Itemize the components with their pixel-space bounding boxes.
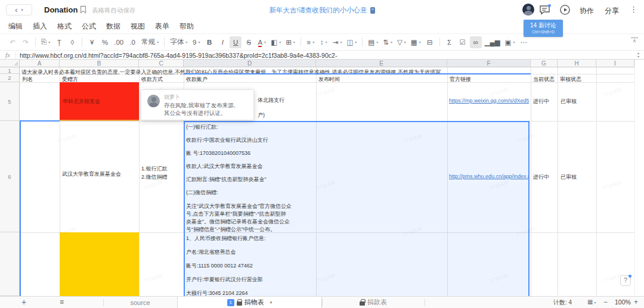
cell-b7[interactable] xyxy=(60,232,139,296)
share-button[interactable]: 分享 xyxy=(605,6,619,16)
borders-dropdown-icon[interactable]: ▾ xyxy=(293,40,295,44)
tab-donation-money[interactable]: 捐款表 xyxy=(322,297,425,308)
scrollbar-gutter[interactable] xyxy=(634,60,644,296)
cell-header-H2[interactable]: 审核状态 xyxy=(560,76,581,83)
format-painter-button[interactable]: ⎘▾ xyxy=(39,36,52,48)
column-header-C[interactable]: C xyxy=(139,60,184,67)
clear-format-button[interactable]: Ṯ xyxy=(53,36,65,48)
user-avatar[interactable] xyxy=(522,4,534,15)
slicer-button[interactable]: ⊟ xyxy=(424,36,436,48)
cell-header-A2[interactable]: 列名 xyxy=(22,76,33,83)
tab-donation-items[interactable]: 1捐物表▾ xyxy=(177,297,322,308)
record-button[interactable] xyxy=(559,4,571,18)
decrease-decimal-button[interactable]: .0 xyxy=(126,36,138,48)
insert-link-button[interactable]: ∞ xyxy=(470,36,482,48)
text-color-button[interactable]: A▾ xyxy=(256,36,268,48)
menu-item-formula[interactable]: 公式 xyxy=(82,21,96,32)
column-header-B[interactable]: B xyxy=(60,60,139,67)
cell-g6-status[interactable]: 进行中 xyxy=(533,173,549,181)
more-tools-button[interactable]: ⋯ xyxy=(518,36,530,48)
column-header-D[interactable]: D xyxy=(184,60,316,67)
conditional-format-dropdown-icon[interactable]: ▾ xyxy=(376,40,378,44)
vertical-align-dropdown-icon[interactable]: ▾ xyxy=(326,40,327,44)
row-header-6[interactable]: 6 xyxy=(0,121,20,232)
number-format-dropdown-icon[interactable]: ▾ xyxy=(157,40,159,44)
number-format-button[interactable]: 常规▾ xyxy=(140,36,160,48)
insert-image-dropdown-icon[interactable]: ▾ xyxy=(513,40,515,44)
merge-cells-dropdown-icon[interactable]: ▾ xyxy=(355,40,357,44)
filter-button[interactable]: ▽▾ xyxy=(395,36,408,48)
insert-chart-button[interactable]: ▁▄▆ xyxy=(483,36,502,48)
cell-c6[interactable]: 1.银行汇款 2.微信捐赠 xyxy=(141,164,168,181)
add-sheet-button[interactable]: + xyxy=(21,297,26,308)
font-family-dropdown-icon[interactable]: ▾ xyxy=(185,40,187,44)
fill-color-dropdown-icon[interactable]: ▾ xyxy=(279,40,281,44)
menu-item-edit[interactable]: 编辑 xyxy=(8,21,23,32)
font-size-button[interactable]: 9▾ xyxy=(190,36,202,48)
zoom-out-button[interactable]: − xyxy=(603,298,608,306)
font-family-button[interactable]: 字体▾ xyxy=(168,36,189,48)
cell-header-C2[interactable]: 收款方式 xyxy=(141,76,163,83)
redo-button[interactable]: ↷ xyxy=(20,36,32,48)
text-wrap-button[interactable]: ⇥▾ xyxy=(331,36,344,48)
column-header-I[interactable]: I xyxy=(596,60,634,67)
cell-h5-status[interactable]: 已审核 xyxy=(561,98,577,105)
conditional-format-button[interactable]: ▤▾ xyxy=(366,36,380,48)
column-header-G[interactable]: G xyxy=(531,60,558,67)
cell-b5[interactable]: 华科北京校友会 xyxy=(60,82,139,121)
comments-button[interactable] xyxy=(538,4,552,18)
formula-input[interactable]: http://www.hbcf.org.cn/d.html?accId=794a… xyxy=(20,52,626,59)
column-header-A[interactable]: A xyxy=(20,60,60,67)
underline-button[interactable]: U xyxy=(230,36,242,48)
zoom-in-button[interactable]: + xyxy=(634,298,638,306)
cell-f5-link[interactable]: https://mp.weixin.qq.com/s/dXed5M xyxy=(449,98,529,104)
menu-item-format[interactable]: 格式 xyxy=(57,21,72,32)
text-wrap-dropdown-icon[interactable]: ▾ xyxy=(340,40,342,44)
cell-a1-notice[interactable]: 请大家录入时务必本着对疫区负责的态度,一定要录入正确的信息,不然我们的好心反而会… xyxy=(21,69,446,76)
borders-button[interactable]: ⊞▾ xyxy=(284,36,297,48)
cell-header-D2[interactable]: 收款账户 xyxy=(186,76,208,83)
percent-format-button[interactable]: % xyxy=(99,36,111,48)
fill-color-button[interactable]: ◧▾ xyxy=(269,36,283,48)
row-header-hidden[interactable] xyxy=(0,232,20,296)
row-header-2[interactable]: 2 xyxy=(0,74,20,82)
zoom-level[interactable]: 100% xyxy=(615,298,631,306)
filter-dropdown-icon[interactable]: ▾ xyxy=(404,40,406,44)
column-header-F[interactable]: F xyxy=(447,60,531,67)
collaborate-button[interactable]: 协作 xyxy=(580,6,594,16)
column-header-H[interactable]: H xyxy=(558,60,596,67)
row-header-5[interactable]: 5 xyxy=(0,82,20,121)
increase-decimal-button[interactable]: .00 xyxy=(112,36,125,48)
merge-cells-button[interactable]: ◫▾ xyxy=(345,36,358,48)
eraser-button[interactable]: ◊ xyxy=(66,36,78,48)
font-size-dropdown-icon[interactable]: ▾ xyxy=(198,40,200,44)
cell-header-B2[interactable]: 受赠方 xyxy=(62,76,78,83)
horizontal-align-button[interactable]: ≡▾ xyxy=(305,36,317,48)
tab-source[interactable]: source xyxy=(103,297,177,308)
checkbox-button[interactable]: ☑ xyxy=(457,36,469,48)
help-button[interactable]: ? xyxy=(620,275,631,286)
cell-d5-fragment2[interactable]: 户) xyxy=(258,111,265,119)
italic-button[interactable]: I xyxy=(216,36,228,48)
sum-button[interactable]: Σ xyxy=(444,36,456,48)
collapse-toolbar-button[interactable]: ∧ xyxy=(631,38,638,43)
horizontal-align-dropdown-icon[interactable]: ▾ xyxy=(312,40,314,44)
more-menu-button[interactable]: ⋮ xyxy=(630,5,637,14)
format-painter-dropdown-icon[interactable]: ▾ xyxy=(48,40,50,44)
cell-h6-status[interactable]: 已审核 xyxy=(561,173,577,181)
formula-expand-button[interactable]: ▴▾ xyxy=(637,51,639,58)
cell-header-G2[interactable]: 当前状态 xyxy=(533,76,555,83)
menu-item-help[interactable]: 帮助 xyxy=(179,21,194,32)
undo-button[interactable]: ↶ xyxy=(7,36,18,48)
strikethrough-button[interactable]: S xyxy=(243,36,255,48)
insert-image-button[interactable]: ▣▾ xyxy=(503,36,517,48)
sheet-tab-caret[interactable]: ▾ xyxy=(270,300,273,305)
table-dropdown-icon[interactable]: ▾ xyxy=(419,40,421,44)
sort-button[interactable]: ⇅▾ xyxy=(381,36,394,48)
sheet-list-button[interactable]: ≡ xyxy=(60,297,64,308)
bold-button[interactable]: B xyxy=(203,36,215,48)
menu-item-form[interactable]: 表单 xyxy=(155,21,169,32)
column-header-E[interactable]: E xyxy=(316,60,447,67)
view-mode-button[interactable]: ▦▾ xyxy=(587,298,596,305)
cell-d7[interactable]: 1、人民币接收捐赠银行账户信息:户名:湖北省慈善总会账号:1115 0000 0… xyxy=(186,234,314,296)
